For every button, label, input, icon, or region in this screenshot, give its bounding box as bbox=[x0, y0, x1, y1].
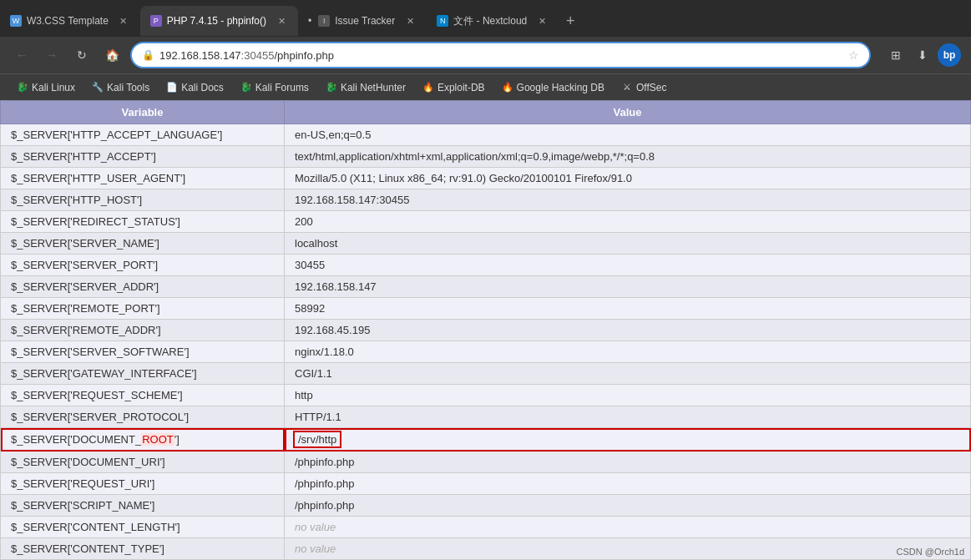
table-cell-var: $_SERVER['GATEWAY_INTERFACE'] bbox=[1, 363, 285, 385]
table-row: $_SERVER['REQUEST_SCHEME']http bbox=[1, 385, 971, 406]
tab-close-phpinfo[interactable]: ✕ bbox=[275, 14, 288, 28]
bookmark-kali-linux-label: Kali Linux bbox=[32, 82, 75, 93]
download-button[interactable]: ⬇ bbox=[911, 43, 934, 67]
table-cell-var: $_SERVER['CONTENT_LENGTH'] bbox=[1, 517, 285, 538]
table-cell-val: HTTP/1.1 bbox=[285, 406, 971, 428]
kali-tools-icon: 🔧 bbox=[92, 82, 104, 93]
table-cell-val: 192.168.158.147:30455 bbox=[285, 189, 971, 211]
table-row: $_SERVER['REQUEST_URI']/phpinfo.php bbox=[1, 473, 971, 495]
url-text: 192.168.158.147:30455/phpinfo.php bbox=[159, 49, 843, 62]
table-row: $_SERVER['SERVER_ADDR']192.168.158.147 bbox=[1, 276, 971, 298]
table-cell-var: $_SERVER['HTTP_HOST'] bbox=[1, 189, 285, 211]
kali-linux-icon: 🐉 bbox=[17, 82, 28, 93]
table-cell-var: $_SERVER['DOCUMENT_URI'] bbox=[1, 452, 285, 473]
bookmark-kali-tools-label: Kali Tools bbox=[107, 82, 149, 93]
table-row: $_SERVER['SERVER_SOFTWARE']nginx/1.18.0 bbox=[1, 341, 971, 363]
url-bar[interactable]: 🔒 192.168.158.147:30455/phpinfo.php ☆ bbox=[130, 42, 871, 68]
tab-title-nextcloud: 文件 - Nextcloud bbox=[453, 14, 527, 28]
bookmark-google-hacking-db-label: Google Hacking DB bbox=[517, 82, 604, 93]
table-row: $_SERVER['REMOTE_PORT']58992 bbox=[1, 298, 971, 320]
address-bar: ← → ↻ 🏠 🔒 192.168.158.147:30455/phpinfo.… bbox=[0, 37, 971, 73]
tab-close-issue-tracker[interactable]: ✕ bbox=[403, 14, 417, 28]
google-hacking-db-icon: 🔥 bbox=[502, 82, 513, 93]
tab-w3css[interactable]: W W3.CSS Template ✕ bbox=[0, 6, 140, 36]
tab-issue-tracker[interactable]: • I Issue Tracker ✕ bbox=[298, 6, 427, 36]
bookmark-kali-tools[interactable]: 🔧 Kali Tools bbox=[85, 79, 156, 96]
back-button[interactable]: ← bbox=[10, 43, 33, 67]
table-cell-var: $_SERVER['CONTENT_TYPE'] bbox=[1, 538, 285, 560]
table-row: $_SERVER['SERVER_NAME']localhost bbox=[1, 233, 971, 255]
bookmark-offsec[interactable]: ⚔ OffSec bbox=[614, 79, 673, 96]
new-tab-button[interactable]: + bbox=[559, 9, 582, 33]
table-cell-val: 30455 bbox=[285, 255, 971, 276]
highlighted-cell-value: /srv/http bbox=[295, 432, 340, 446]
bookmark-kali-nethunter[interactable]: 🐉 Kali NetHunter bbox=[319, 79, 412, 96]
table-cell-val: /phpinfo.php bbox=[285, 495, 971, 517]
table-row: $_SERVER['REMOTE_ADDR']192.168.45.195 bbox=[1, 320, 971, 341]
tab-title-issue-tracker: Issue Tracker bbox=[335, 15, 395, 27]
table-cell-var: $_SERVER['SERVER_SOFTWARE'] bbox=[1, 341, 285, 363]
table-row: $_SERVER['SCRIPT_NAME']/phpinfo.php bbox=[1, 495, 971, 517]
bookmark-offsec-label: OffSec bbox=[636, 82, 666, 93]
table-cell-val: CGI/1.1 bbox=[285, 363, 971, 385]
table-row: $_SERVER['GATEWAY_INTERFACE']CGI/1.1 bbox=[1, 363, 971, 385]
table-cell-var: $_SERVER['DOCUMENT_ROOT'] bbox=[1, 428, 285, 452]
table-cell-val: nginx/1.18.0 bbox=[285, 341, 971, 363]
bookmark-kali-linux[interactable]: 🐉 Kali Linux bbox=[10, 79, 82, 96]
url-path: /phpinfo.php bbox=[274, 49, 334, 62]
bookmark-kali-forums[interactable]: 🐉 Kali Forums bbox=[234, 79, 316, 96]
table-cell-var: $_SERVER['HTTP_USER_AGENT'] bbox=[1, 168, 285, 189]
browser-actions: ⊞ ⬇ bp bbox=[884, 43, 961, 67]
table-cell-val: 58992 bbox=[285, 298, 971, 320]
tab-title-w3css: W3.CSS Template bbox=[27, 15, 109, 27]
table-cell-val: 200 bbox=[285, 211, 971, 233]
table-cell-var: $_SERVER['SERVER_ADDR'] bbox=[1, 276, 285, 298]
lock-icon: 🔒 bbox=[142, 49, 154, 61]
kali-docs-icon: 📄 bbox=[166, 82, 178, 93]
table-cell-val: localhost bbox=[285, 233, 971, 255]
table-row: $_SERVER['DOCUMENT_ROOT']/srv/http bbox=[1, 428, 971, 452]
table-cell-var: $_SERVER['REMOTE_ADDR'] bbox=[1, 320, 285, 341]
url-port: :30455 bbox=[241, 49, 275, 62]
tab-close-nextcloud[interactable]: ✕ bbox=[535, 14, 549, 28]
extensions-button[interactable]: ⊞ bbox=[884, 43, 908, 67]
table-cell-var: $_SERVER['REMOTE_PORT'] bbox=[1, 298, 285, 320]
tab-nextcloud[interactable]: N 文件 - Nextcloud ✕ bbox=[427, 6, 559, 36]
table-row: $_SERVER['REDIRECT_STATUS']200 bbox=[1, 211, 971, 233]
tab-favicon-issue-tracker: I bbox=[318, 15, 330, 27]
bookmark-kali-nethunter-label: Kali NetHunter bbox=[341, 82, 406, 93]
home-button[interactable]: 🏠 bbox=[100, 43, 124, 67]
table-cell-var: $_SERVER['SERVER_PORT'] bbox=[1, 255, 285, 276]
table-cell-val: no value bbox=[285, 538, 971, 560]
tab-close-w3css[interactable]: ✕ bbox=[117, 14, 130, 28]
table-cell-val: /phpinfo.php bbox=[285, 452, 971, 473]
forward-button[interactable]: → bbox=[40, 43, 63, 67]
table-cell-var: $_SERVER['HTTP_ACCEPT_LANGUAGE'] bbox=[1, 124, 285, 146]
bookmark-exploit-db[interactable]: 🔥 Exploit-DB bbox=[416, 79, 492, 96]
kali-nethunter-icon: 🐉 bbox=[326, 82, 337, 93]
highlighted-text: ROOT bbox=[141, 433, 174, 446]
table-row: $_SERVER['HTTP_HOST']192.168.158.147:304… bbox=[1, 189, 971, 211]
table-row: $_SERVER['SERVER_PORT']30455 bbox=[1, 255, 971, 276]
browser-chrome: W W3.CSS Template ✕ P PHP 7.4.15 - phpin… bbox=[0, 0, 971, 100]
table-row: $_SERVER['HTTP_ACCEPT']text/html,applica… bbox=[1, 146, 971, 168]
bookmark-kali-docs[interactable]: 📄 Kali Docs bbox=[159, 79, 230, 96]
table-header-value: Value bbox=[285, 101, 971, 124]
main-content: Variable Value $_SERVER['HTTP_ACCEPT_LAN… bbox=[0, 100, 971, 560]
bookmark-star-icon[interactable]: ☆ bbox=[848, 48, 859, 62]
tab-bar: W W3.CSS Template ✕ P PHP 7.4.15 - phpin… bbox=[0, 0, 971, 37]
bookmark-google-hacking-db[interactable]: 🔥 Google Hacking DB bbox=[495, 79, 611, 96]
kali-forums-icon: 🐉 bbox=[240, 82, 252, 93]
table-cell-val: 192.168.158.147 bbox=[285, 276, 971, 298]
profile-avatar[interactable]: bp bbox=[938, 43, 961, 67]
table-cell-val: no value bbox=[285, 517, 971, 538]
tab-phpinfo[interactable]: P PHP 7.4.15 - phpinfo() ✕ bbox=[140, 6, 298, 36]
table-header-row: Variable Value bbox=[1, 101, 971, 124]
tab-favicon-w3css: W bbox=[10, 15, 22, 27]
csdn-watermark: CSDN @Orch1d bbox=[897, 547, 964, 557]
url-host: 192.168.158.147 bbox=[159, 49, 241, 62]
table-cell-val: http bbox=[285, 385, 971, 406]
reload-button[interactable]: ↻ bbox=[70, 43, 94, 67]
bookmarks-bar: 🐉 Kali Linux 🔧 Kali Tools 📄 Kali Docs 🐉 … bbox=[0, 73, 971, 100]
table-cell-var: $_SERVER['SERVER_PROTOCOL'] bbox=[1, 406, 285, 428]
